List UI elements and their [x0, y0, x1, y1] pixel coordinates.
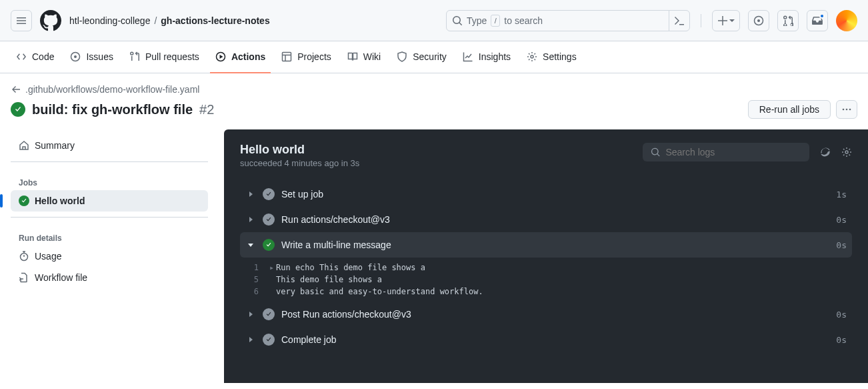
- search-icon: [651, 147, 660, 157]
- search-placeholder-post: to search: [504, 15, 543, 26]
- step-write-message[interactable]: Write a multi-line message 0s: [240, 232, 852, 258]
- check-icon: [263, 334, 275, 346]
- top-header: htl-leonding-college / gh-actions-lectur…: [0, 0, 868, 41]
- breadcrumb: htl-leonding-college / gh-actions-lectur…: [69, 15, 270, 26]
- step-setup-job[interactable]: Set up job 1s: [240, 181, 852, 207]
- svg-point-6: [531, 55, 533, 58]
- gear-icon: [527, 51, 537, 62]
- nav-code[interactable]: Code: [11, 41, 59, 73]
- step-checkout[interactable]: Run actions/checkout@v3 0s: [240, 207, 852, 232]
- svg-point-11: [845, 151, 848, 153]
- sidebar-summary[interactable]: Summary: [11, 135, 208, 156]
- run-title: build: fix gh-workflow file: [32, 102, 193, 117]
- chevron-down-icon: [247, 242, 254, 248]
- back-path: .github/workflows/demo-workflow-file.yam…: [25, 84, 199, 95]
- check-icon: [263, 214, 275, 226]
- gear-icon: [841, 147, 852, 157]
- log-settings-button[interactable]: [841, 147, 852, 157]
- chevron-right-icon: [247, 311, 254, 318]
- nav-actions[interactable]: Actions: [210, 41, 271, 73]
- check-icon: [263, 239, 275, 251]
- breadcrumb-org[interactable]: htl-leonding-college: [69, 15, 150, 26]
- shield-icon: [397, 51, 407, 62]
- step-post-checkout[interactable]: Post Run actions/checkout@v3 0s: [240, 302, 852, 327]
- log-line: 5This demo file shows a: [240, 274, 852, 286]
- svg-point-8: [846, 109, 848, 111]
- search-placeholder-pre: Type: [467, 15, 487, 26]
- hamburger-icon: [16, 15, 27, 26]
- page-header-container: .github/workflows/demo-workflow-file.yam…: [0, 73, 868, 119]
- git-pull-request-icon: [783, 15, 793, 26]
- notifications-button[interactable]: [807, 10, 828, 31]
- svg-point-3: [74, 55, 77, 58]
- svg-point-1: [757, 19, 760, 22]
- nav-insights[interactable]: Insights: [457, 41, 516, 73]
- sidebar-details-heading: Run details: [11, 223, 208, 246]
- check-icon: [263, 308, 275, 320]
- sidebar: Summary Jobs Hello world Run details Usa…: [11, 129, 208, 383]
- log-line: 1▸Run echo This demo file shows a: [240, 262, 852, 274]
- add-dropdown-button[interactable]: [712, 10, 740, 31]
- nav-security[interactable]: Security: [391, 41, 452, 73]
- success-icon: [19, 196, 29, 206]
- main-layout: Summary Jobs Hello world Run details Usa…: [0, 129, 868, 383]
- log-search-box[interactable]: [643, 143, 809, 161]
- file-symlink-icon: [19, 272, 29, 283]
- issues-button[interactable]: [748, 10, 769, 31]
- stopwatch-icon: [19, 251, 29, 262]
- command-palette-icon: [674, 15, 685, 26]
- user-avatar[interactable]: [836, 10, 857, 31]
- repo-nav: Code Issues Pull requests Actions Projec…: [0, 41, 868, 73]
- home-icon: [19, 140, 29, 151]
- kebab-menu-button[interactable]: [836, 100, 857, 119]
- check-icon: [263, 188, 275, 200]
- log-status: succeeded 4 minutes ago in 3s: [240, 158, 359, 168]
- issue-dot-icon: [753, 15, 764, 26]
- nav-issues[interactable]: Issues: [65, 41, 118, 73]
- svg-point-7: [843, 109, 845, 111]
- pull-requests-button[interactable]: [777, 10, 799, 31]
- search-icon: [452, 15, 463, 26]
- search-box[interactable]: Type / to search: [446, 10, 669, 31]
- plus-icon: [717, 15, 728, 26]
- sidebar-workflow-file[interactable]: Workflow file: [11, 267, 208, 288]
- header-divider: [701, 14, 701, 27]
- svg-rect-5: [283, 53, 291, 61]
- graph-icon: [463, 51, 473, 62]
- sidebar-usage[interactable]: Usage: [11, 246, 208, 267]
- nav-pull-requests[interactable]: Pull requests: [124, 41, 205, 73]
- nav-projects[interactable]: Projects: [276, 41, 337, 73]
- code-icon: [16, 51, 27, 62]
- command-palette-button[interactable]: [669, 10, 690, 31]
- breadcrumb-separator: /: [154, 15, 157, 26]
- arrow-left-icon: [11, 84, 21, 95]
- chevron-right-icon: [247, 191, 254, 198]
- log-output: 1▸Run echo This demo file shows a 5This …: [240, 258, 852, 302]
- chevron-down-icon: [729, 18, 735, 23]
- svg-point-9: [849, 109, 851, 111]
- log-title: Hello world: [240, 143, 359, 157]
- sidebar-job-hello-world[interactable]: Hello world: [11, 190, 208, 212]
- search-slash-key: /: [491, 15, 500, 27]
- play-circle-icon: [215, 51, 226, 62]
- rerun-button[interactable]: Re-run all jobs: [748, 100, 831, 119]
- hamburger-menu-button[interactable]: [11, 10, 32, 31]
- step-complete-job[interactable]: Complete job 0s: [240, 327, 852, 352]
- issue-icon: [70, 51, 81, 62]
- log-search-input[interactable]: [665, 147, 801, 157]
- sync-icon: [820, 147, 831, 157]
- book-icon: [347, 51, 358, 62]
- github-logo[interactable]: [40, 10, 61, 31]
- log-panel: Hello world succeeded 4 minutes ago in 3…: [224, 129, 868, 383]
- chevron-right-icon: [247, 216, 254, 223]
- nav-wiki[interactable]: Wiki: [342, 41, 386, 73]
- run-number: #2: [199, 102, 214, 117]
- success-icon: [11, 102, 25, 117]
- refresh-button[interactable]: [820, 147, 831, 157]
- kebab-icon: [841, 104, 852, 115]
- github-icon: [40, 10, 61, 31]
- breadcrumb-repo[interactable]: gh-actions-lecture-notes: [161, 15, 269, 26]
- nav-settings[interactable]: Settings: [521, 41, 582, 73]
- pr-icon: [129, 51, 140, 62]
- back-link[interactable]: .github/workflows/demo-workflow-file.yam…: [11, 84, 199, 95]
